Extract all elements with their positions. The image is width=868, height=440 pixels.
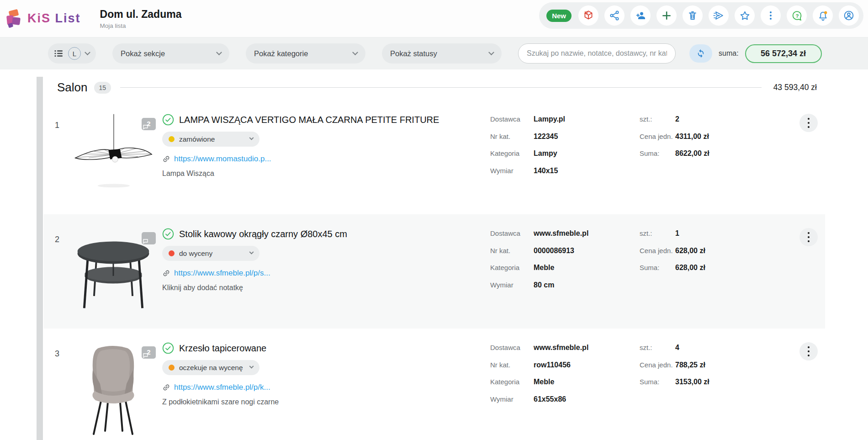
add-item-icon[interactable]	[656, 5, 677, 26]
table-row: 1 2	[44, 100, 825, 214]
field-label: Kategoria	[490, 378, 534, 386]
share-icon[interactable]	[604, 5, 625, 26]
supplier-value: Lampy.pl	[534, 115, 640, 123]
cat-no-value: row110456	[534, 361, 640, 369]
dimension-value: 140x15	[534, 167, 640, 175]
refresh-button[interactable]	[689, 44, 712, 63]
statuses-dropdown[interactable]: Pokaż statusy	[382, 43, 502, 64]
page-subtitle: Moja lista	[100, 22, 182, 29]
send-icon[interactable]	[709, 5, 729, 26]
item-title[interactable]: Krzesło tapicerowane	[179, 343, 266, 354]
field-label: szt.:	[640, 229, 675, 237]
chevron-down-icon	[488, 49, 494, 55]
link-icon	[160, 153, 172, 164]
comment-bubble-icon	[143, 125, 148, 129]
check-status-icon[interactable]	[162, 228, 174, 240]
field-label: Wymiar	[490, 281, 534, 289]
sum-value: 8622,00 zł	[675, 149, 709, 158]
chevron-down-icon	[249, 136, 254, 140]
row-menu-button[interactable]	[799, 114, 818, 132]
logo-text: KiS List	[27, 11, 81, 26]
chevron-down-icon	[85, 49, 90, 55]
field-label: Wymiar	[490, 167, 534, 175]
sum-value: 3153,00 zł	[675, 378, 709, 386]
comments-badge[interactable]	[142, 232, 156, 244]
product-image-chair[interactable]	[73, 342, 153, 439]
category-value: Meble	[534, 264, 640, 272]
item-note[interactable]: Z podłokietnikami szare nogi czarne	[162, 398, 464, 406]
add-note-placeholder[interactable]: Kliknij aby dodać notatkę	[162, 284, 464, 292]
link-icon	[160, 382, 172, 393]
section-divider	[120, 87, 762, 88]
field-label: Wymiar	[490, 395, 534, 403]
total-sum-badge: 56 572,34 zł	[745, 44, 822, 63]
view-options-button[interactable]: L	[48, 43, 96, 64]
qty-value: 4	[675, 344, 709, 352]
header-toolbar: New 3D	[539, 2, 863, 29]
cat-no-value: 0000086913	[534, 247, 640, 255]
categories-dropdown[interactable]: Pokaż kategorie	[246, 43, 365, 64]
add-person-icon[interactable]	[630, 5, 651, 26]
svg-text:3D: 3D	[584, 11, 588, 14]
field-label: Nr kat.	[490, 361, 534, 369]
sum-label: suma:	[719, 49, 739, 58]
row-menu-button[interactable]	[799, 228, 818, 246]
status-dot	[169, 250, 175, 256]
3d-box-icon[interactable]: 3D	[578, 5, 598, 26]
favorite-icon[interactable]	[735, 5, 755, 26]
section-header: Salon 15 43 593,40 zł	[44, 80, 825, 95]
comment-bubble-icon	[143, 353, 148, 358]
account-icon[interactable]	[839, 5, 859, 26]
field-label: Cena jedn.	[640, 247, 675, 254]
search-input[interactable]	[518, 43, 676, 64]
qty-value: 2	[675, 115, 709, 123]
check-status-icon[interactable]	[162, 114, 174, 126]
sum-value: 628,00 zł	[675, 264, 705, 272]
section-count-badge: 15	[94, 82, 111, 94]
filter-bar: L Pokaż sekcje Pokaż kategorie Pokaż sta…	[0, 37, 868, 69]
comment-bubble-icon	[143, 239, 148, 244]
logo-icon	[5, 9, 25, 29]
status-dot	[169, 365, 175, 371]
chevron-down-icon	[249, 364, 254, 369]
field-label: szt.:	[640, 344, 675, 351]
help-icon[interactable]: ?	[787, 5, 807, 26]
category-value: Meble	[534, 378, 640, 386]
new-badge: New	[546, 10, 572, 22]
chevron-down-icon	[216, 49, 222, 55]
field-label: Dostawca	[490, 115, 534, 123]
view-size-indicator: L	[68, 47, 81, 60]
comments-badge[interactable]: 2	[142, 346, 156, 359]
field-label: Cena jedn.	[640, 361, 675, 369]
cat-no-value: 122345	[534, 133, 640, 141]
item-note[interactable]: Lampa Wisząca	[162, 170, 464, 178]
field-label: Nr kat.	[490, 133, 534, 140]
section-sum: 43 593,40 zł	[773, 83, 817, 92]
table-row: 2	[44, 214, 825, 329]
field-label: Suma:	[640, 264, 675, 271]
item-index: 2	[44, 214, 71, 329]
dimension-value: 80 cm	[534, 281, 640, 289]
more-options-icon[interactable]	[761, 5, 781, 26]
status-dropdown[interactable]: oczekuje na wycenę	[162, 360, 259, 375]
item-index: 3	[44, 329, 71, 440]
status-dropdown[interactable]: zamówione	[162, 132, 259, 147]
dimension-value: 61x55x86	[534, 395, 640, 403]
supplier-value: www.sfmeble.pl	[534, 344, 640, 352]
sections-dropdown[interactable]: Pokaż sekcje	[112, 43, 229, 64]
field-label: Dostawca	[490, 229, 534, 237]
notifications-icon[interactable]	[813, 5, 833, 26]
item-title[interactable]: Stolik kawowy okrągły czarny Ø80x45 cm	[179, 229, 347, 239]
item-title[interactable]: LAMPA WISZĄCA VERTIGO MAŁA CZARNA PETITE…	[179, 115, 439, 125]
comments-badge[interactable]: 2	[142, 118, 156, 130]
field-label: Suma:	[640, 149, 675, 157]
item-link[interactable]: https://www.sfmeble.pl/p/k...	[174, 383, 270, 392]
row-menu-button[interactable]	[799, 342, 818, 360]
status-dropdown[interactable]: do wyceny	[162, 246, 259, 261]
unit-price-value: 788,25 zł	[675, 361, 709, 369]
check-status-icon[interactable]	[162, 342, 174, 354]
page-title: Dom ul. Zaduma	[100, 8, 182, 21]
item-link[interactable]: https://www.momastudio.p...	[174, 154, 271, 164]
item-link[interactable]: https://www.sfmeble.pl/p/s...	[174, 269, 270, 278]
delete-icon[interactable]	[683, 5, 703, 26]
